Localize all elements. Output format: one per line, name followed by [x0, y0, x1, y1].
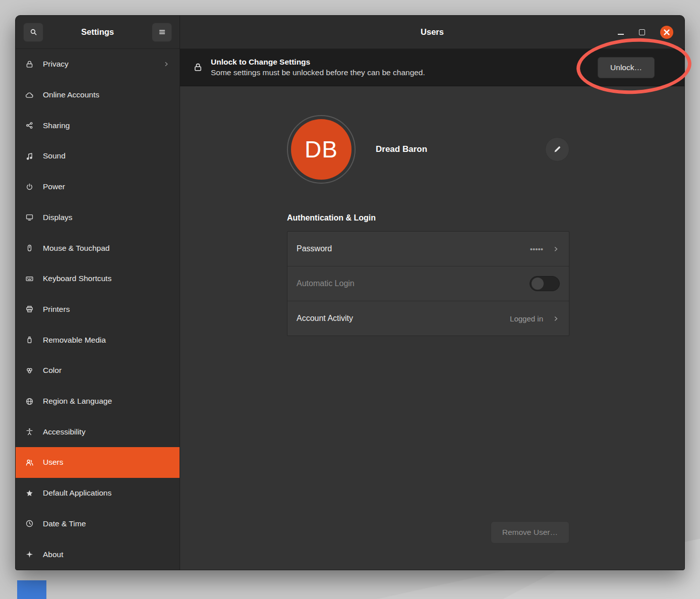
maximize-button[interactable]: [639, 29, 645, 35]
star-icon: [25, 488, 34, 498]
users-icon: [25, 458, 34, 467]
lock-icon: [193, 63, 203, 72]
remove-user-button[interactable]: Remove User…: [491, 521, 569, 543]
sidebar-item-power[interactable]: Power: [16, 172, 180, 202]
sidebar-item-about[interactable]: About: [16, 539, 180, 570]
sidebar-item-privacy[interactable]: Privacy: [16, 49, 180, 80]
sidebar-item-removable-media[interactable]: Removable Media: [16, 324, 180, 355]
page-title: Users: [180, 27, 684, 37]
sidebar-item-label: Default Applications: [43, 488, 111, 498]
avatar-ring: DB: [287, 115, 356, 184]
users-panel: DB Dread Baron Authentication & Login Pa…: [180, 86, 684, 570]
panel-actions: Remove User…: [287, 521, 569, 543]
decorative-blue-shape: [17, 580, 46, 599]
sidebar-item-users[interactable]: Users: [16, 447, 180, 478]
sidebar-item-label: Users: [43, 458, 63, 467]
avatar[interactable]: DB: [291, 119, 352, 180]
sidebar-item-mouse-touchpad[interactable]: Mouse & Touchpad: [16, 233, 180, 263]
unlock-banner: Unlock to Change Settings Some settings …: [180, 49, 684, 86]
share-icon: [25, 121, 34, 130]
sidebar-item-keyboard-shortcuts[interactable]: Keyboard Shortcuts: [16, 263, 180, 294]
search-icon: [29, 28, 38, 36]
sidebar-item-label: Color: [43, 366, 62, 375]
password-label: Password: [297, 244, 332, 253]
sidebar-item-label: Online Accounts: [43, 90, 99, 99]
unlock-banner-text: Unlock to Change Settings Some settings …: [211, 58, 425, 77]
power-icon: [25, 182, 34, 191]
automatic-login-toggle[interactable]: [530, 276, 560, 291]
sidebar-item-color[interactable]: Color: [16, 355, 180, 386]
chevron-right-icon: [552, 245, 560, 253]
sidebar-item-online-accounts[interactable]: Online Accounts: [16, 80, 180, 111]
minimize-icon: [618, 34, 624, 35]
chevron-right-icon: [552, 315, 560, 322]
unlock-banner-title: Unlock to Change Settings: [211, 58, 425, 67]
sidebar-item-label: Keyboard Shortcuts: [43, 274, 111, 283]
color-icon: [25, 366, 34, 375]
sidebar-item-date-time[interactable]: Date & Time: [16, 509, 180, 539]
account-activity-row[interactable]: Account Activity Logged in: [287, 301, 569, 336]
keyboard-icon: [25, 274, 34, 283]
unlock-banner-subtitle: Some settings must be unlocked before th…: [211, 68, 425, 77]
sidebar-item-displays[interactable]: Displays: [16, 202, 180, 233]
accessibility-icon: [25, 427, 34, 437]
cloud-icon: [25, 90, 34, 99]
music-note-icon: [25, 151, 34, 160]
account-activity-value: Logged in: [510, 314, 543, 323]
hamburger-menu-icon: [158, 28, 166, 36]
sidebar-item-label: Sound: [43, 151, 66, 160]
sidebar-item-label: Region & Language: [43, 397, 112, 406]
lock-icon: [25, 60, 34, 69]
authentication-group: Password ••••• Automatic Login: [287, 231, 569, 336]
menu-button[interactable]: [152, 23, 172, 42]
window-controls: [618, 26, 684, 39]
sidebar-item-default-applications[interactable]: Default Applications: [16, 478, 180, 509]
sidebar-item-sound[interactable]: Sound: [16, 141, 180, 172]
minimize-button[interactable]: [618, 30, 624, 35]
globe-icon: [25, 397, 34, 406]
user-profile: DB Dread Baron: [287, 114, 569, 185]
edit-name-button[interactable]: [545, 137, 569, 161]
password-dots: •••••: [530, 245, 543, 253]
pencil-icon: [553, 145, 562, 154]
sidebar-item-accessibility[interactable]: Accessibility: [16, 416, 180, 447]
unlock-button[interactable]: Unlock…: [598, 57, 655, 78]
user-full-name: Dread Baron: [376, 144, 427, 154]
sidebar-item-region-language[interactable]: Region & Language: [16, 386, 180, 417]
chevron-right-icon: [163, 61, 170, 68]
printer-icon: [25, 305, 34, 314]
sidebar-list: Privacy Online Accounts Sharing: [16, 49, 180, 570]
sidebar-item-label: Displays: [43, 213, 73, 222]
close-icon: [660, 26, 673, 39]
sidebar-item-label: Mouse & Touchpad: [43, 244, 109, 253]
automatic-login-row: Automatic Login: [287, 266, 569, 301]
search-button[interactable]: [23, 23, 43, 42]
sidebar-item-label: Sharing: [43, 121, 70, 130]
desktop: Settings Privacy: [0, 0, 700, 599]
maximize-icon: [639, 29, 645, 35]
sidebar-item-label: Printers: [43, 305, 70, 314]
main-pane: Users Unlock to Change Settings: [180, 16, 684, 570]
sidebar: Settings Privacy: [16, 16, 180, 570]
automatic-login-label: Automatic Login: [297, 279, 355, 288]
removable-media-icon: [25, 336, 34, 345]
sidebar-item-printers[interactable]: Printers: [16, 294, 180, 325]
sparkle-icon: [25, 550, 34, 559]
sidebar-item-label: About: [43, 550, 64, 559]
toggle-knob: [532, 278, 544, 290]
sidebar-header: Settings: [16, 16, 180, 49]
sidebar-item-label: Power: [43, 182, 65, 191]
headerbar: Users: [180, 16, 684, 49]
sidebar-item-label: Date & Time: [43, 519, 86, 528]
display-icon: [25, 213, 34, 222]
sidebar-title: Settings: [43, 27, 152, 37]
mouse-icon: [25, 244, 34, 253]
section-title-authentication: Authentication & Login: [287, 213, 376, 223]
password-row[interactable]: Password •••••: [287, 232, 569, 266]
clock-icon: [25, 519, 34, 528]
sidebar-item-label: Privacy: [43, 60, 69, 69]
close-button[interactable]: [660, 26, 673, 39]
sidebar-item-label: Accessibility: [43, 427, 85, 437]
sidebar-item-sharing[interactable]: Sharing: [16, 110, 180, 141]
sidebar-item-label: Removable Media: [43, 336, 106, 345]
